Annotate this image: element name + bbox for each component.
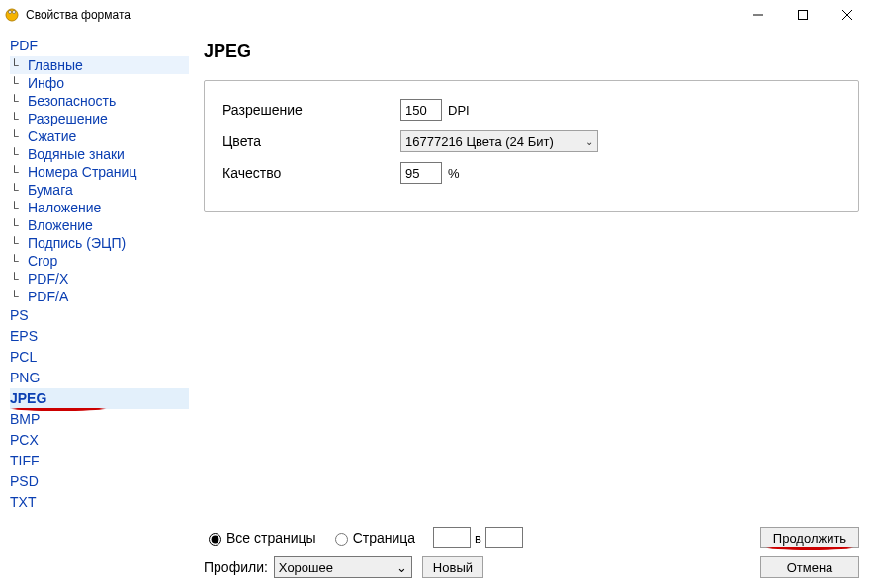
tree-glyph-icon: └ <box>10 183 28 197</box>
app-icon <box>4 7 20 23</box>
sidebar-subitem-main[interactable]: └Главные <box>10 56 189 74</box>
sidebar-item-pdf[interactable]: PDF <box>10 36 189 56</box>
quality-input[interactable] <box>400 162 442 184</box>
profile-dropdown[interactable]: Хорошее ⌄ <box>274 556 412 578</box>
sidebar-subitem-crop[interactable]: └Crop <box>10 252 189 270</box>
tree-glyph-icon: └ <box>10 112 28 126</box>
sidebar-item-jpeg[interactable]: JPEG <box>10 388 189 409</box>
sidebar-item-pcx[interactable]: PCX <box>10 430 189 451</box>
annotation-underline <box>765 547 854 550</box>
tree-glyph-icon: └ <box>10 165 28 179</box>
tree-glyph-icon: └ <box>10 76 28 90</box>
continue-button[interactable]: Продолжить <box>760 527 859 548</box>
page-from-input[interactable] <box>433 527 471 548</box>
page-to-input[interactable] <box>485 527 523 548</box>
sidebar-subitem-security[interactable]: └Безопасность <box>10 92 189 110</box>
sidebar-item-pcl[interactable]: PCL <box>10 347 189 368</box>
settings-panel: Разрешение DPI Цвета 16777216 Цвета (24 … <box>204 80 859 212</box>
tree-glyph-icon: └ <box>10 236 28 250</box>
close-icon <box>842 10 852 20</box>
svg-point-0 <box>6 9 18 21</box>
sidebar-subitem-compression[interactable]: └Сжатие <box>10 127 189 145</box>
sidebar-subitem-signature[interactable]: └Подпись (ЭЦП) <box>10 234 189 252</box>
tree-glyph-icon: └ <box>10 147 28 161</box>
tree-glyph-icon: └ <box>10 201 28 214</box>
sidebar-subitem-attachment[interactable]: └Вложение <box>10 216 189 234</box>
sidebar-subitem-pagenumbers[interactable]: └Номера Страниц <box>10 163 189 181</box>
tree-glyph-icon: └ <box>10 129 28 143</box>
minimize-button[interactable] <box>736 2 780 28</box>
tree-glyph-icon: └ <box>10 290 28 303</box>
sidebar-subitem-watermarks[interactable]: └Водяные знаки <box>10 145 189 163</box>
sidebar-subitem-pdfa[interactable]: └PDF/A <box>10 288 189 305</box>
sidebar-item-bmp[interactable]: BMP <box>10 409 189 430</box>
sidebar-item-txt[interactable]: TXT <box>10 492 189 513</box>
sidebar-subitem-paper[interactable]: └Бумага <box>10 181 189 199</box>
sidebar-item-png[interactable]: PNG <box>10 368 189 388</box>
sidebar-item-tiff[interactable]: TIFF <box>10 451 189 471</box>
sidebar-subitem-overlay[interactable]: └Наложение <box>10 199 189 216</box>
footer: Все страницы Страница в Продолжить <box>204 519 859 578</box>
tree-glyph-icon: └ <box>10 272 28 286</box>
close-button[interactable] <box>825 2 869 28</box>
profiles-label: Профили: <box>204 559 268 575</box>
tree-glyph-icon: └ <box>10 94 28 108</box>
svg-point-2 <box>13 11 16 14</box>
maximize-icon <box>798 10 808 20</box>
tree-glyph-icon: └ <box>10 254 28 268</box>
page-in-label: в <box>475 531 481 546</box>
chevron-down-icon: ⌄ <box>585 136 593 147</box>
window-title: Свойства формата <box>26 8 736 22</box>
titlebar: Свойства формата <box>0 0 873 30</box>
resolution-input[interactable] <box>400 99 442 121</box>
colors-dropdown[interactable]: 16777216 Цвета (24 Бит) ⌄ <box>400 130 598 152</box>
resolution-label: Разрешение <box>222 102 400 118</box>
radio-page-range[interactable]: Страница <box>330 530 415 546</box>
new-profile-button[interactable]: Новый <box>422 556 483 578</box>
quality-label: Качество <box>222 165 400 181</box>
page-title: JPEG <box>204 42 859 62</box>
resolution-unit: DPI <box>448 103 470 118</box>
tree-glyph-icon: └ <box>10 58 28 72</box>
chevron-down-icon: ⌄ <box>396 560 407 575</box>
maximize-button[interactable] <box>780 2 825 28</box>
cancel-button[interactable]: Отмена <box>760 556 859 578</box>
sidebar-item-ps[interactable]: PS <box>10 305 189 326</box>
sidebar: PDF └Главные └Инфо └Безопасность └Разреш… <box>0 30 190 588</box>
sidebar-subitem-pdfx[interactable]: └PDF/X <box>10 270 189 288</box>
minimize-icon <box>753 10 763 20</box>
sidebar-subitem-info[interactable]: └Инфо <box>10 74 189 92</box>
svg-rect-4 <box>798 11 807 20</box>
colors-label: Цвета <box>222 133 400 149</box>
svg-point-1 <box>9 11 12 14</box>
sidebar-item-eps[interactable]: EPS <box>10 326 189 347</box>
sidebar-subitem-resolution[interactable]: └Разрешение <box>10 110 189 127</box>
radio-all-pages[interactable]: Все страницы <box>204 530 316 546</box>
tree-glyph-icon: └ <box>10 218 28 232</box>
sidebar-item-psd[interactable]: PSD <box>10 471 189 492</box>
quality-unit: % <box>448 166 460 181</box>
